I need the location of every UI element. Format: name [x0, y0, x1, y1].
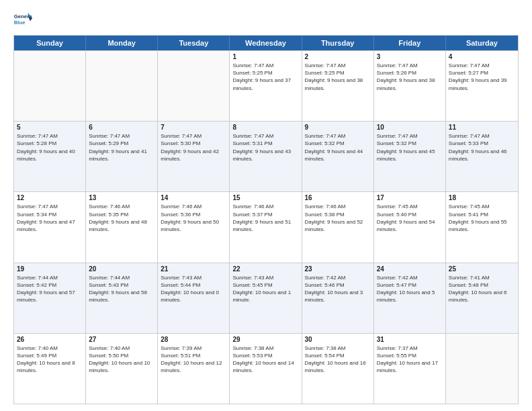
calendar-cell [14, 51, 86, 121]
day-number: 4 [449, 53, 515, 60]
day-number: 2 [305, 53, 371, 60]
cell-info: Sunrise: 7:47 AM Sunset: 5:27 PM Dayligh… [449, 62, 515, 92]
calendar-cell: 10Sunrise: 7:47 AM Sunset: 5:32 PM Dayli… [374, 122, 446, 191]
cell-info: Sunrise: 7:47 AM Sunset: 5:26 PM Dayligh… [377, 62, 443, 92]
calendar-cell: 30Sunrise: 7:38 AM Sunset: 5:54 PM Dayli… [302, 334, 374, 404]
calendar-cell [86, 51, 158, 121]
day-number: 28 [161, 336, 226, 343]
cell-info: Sunrise: 7:41 AM Sunset: 5:48 PM Dayligh… [449, 274, 515, 304]
day-number: 29 [232, 336, 298, 343]
cell-info: Sunrise: 7:42 AM Sunset: 5:46 PM Dayligh… [305, 274, 371, 304]
calendar-week: 1Sunrise: 7:47 AM Sunset: 5:25 PM Daylig… [14, 50, 518, 121]
day-number: 10 [377, 124, 443, 131]
calendar-cell: 11Sunrise: 7:47 AM Sunset: 5:33 PM Dayli… [446, 122, 518, 191]
calendar-cell: 26Sunrise: 7:40 AM Sunset: 5:49 PM Dayli… [14, 334, 86, 404]
day-number: 13 [89, 194, 154, 201]
calendar-week: 26Sunrise: 7:40 AM Sunset: 5:49 PM Dayli… [14, 333, 518, 404]
cell-info: Sunrise: 7:45 AM Sunset: 5:41 PM Dayligh… [449, 203, 515, 233]
day-number: 16 [305, 194, 371, 201]
day-number: 24 [377, 265, 443, 273]
calendar-header-cell: Wednesday [230, 36, 302, 50]
day-number: 21 [161, 265, 226, 273]
calendar-cell: 4Sunrise: 7:47 AM Sunset: 5:27 PM Daylig… [446, 51, 518, 121]
day-number: 31 [377, 336, 443, 343]
calendar-cell: 17Sunrise: 7:45 AM Sunset: 5:40 PM Dayli… [374, 192, 446, 262]
calendar-cell: 25Sunrise: 7:41 AM Sunset: 5:48 PM Dayli… [446, 263, 518, 333]
calendar-cell: 13Sunrise: 7:46 AM Sunset: 5:35 PM Dayli… [86, 192, 158, 262]
cell-info: Sunrise: 7:46 AM Sunset: 5:36 PM Dayligh… [161, 203, 226, 233]
cell-info: Sunrise: 7:37 AM Sunset: 5:55 PM Dayligh… [377, 345, 443, 375]
day-number: 9 [305, 124, 371, 131]
day-number: 18 [449, 194, 515, 201]
calendar-cell: 7Sunrise: 7:47 AM Sunset: 5:30 PM Daylig… [158, 122, 230, 191]
cell-info: Sunrise: 7:47 AM Sunset: 5:31 PM Dayligh… [232, 132, 298, 163]
cell-info: Sunrise: 7:46 AM Sunset: 5:35 PM Dayligh… [89, 203, 154, 233]
cell-info: Sunrise: 7:38 AM Sunset: 5:53 PM Dayligh… [232, 345, 298, 375]
cell-info: Sunrise: 7:44 AM Sunset: 5:43 PM Dayligh… [89, 274, 154, 304]
calendar-cell: 18Sunrise: 7:45 AM Sunset: 5:41 PM Dayli… [446, 192, 518, 262]
calendar-week: 5Sunrise: 7:47 AM Sunset: 5:28 PM Daylig… [14, 121, 518, 191]
day-number: 19 [17, 265, 83, 273]
cell-info: Sunrise: 7:47 AM Sunset: 5:25 PM Dayligh… [305, 62, 371, 92]
day-number: 15 [232, 194, 298, 201]
calendar-header-cell: Friday [374, 36, 446, 50]
calendar-cell: 6Sunrise: 7:47 AM Sunset: 5:29 PM Daylig… [86, 122, 158, 191]
cell-info: Sunrise: 7:47 AM Sunset: 5:32 PM Dayligh… [377, 132, 443, 163]
cell-info: Sunrise: 7:47 AM Sunset: 5:29 PM Dayligh… [89, 132, 154, 163]
cell-info: Sunrise: 7:44 AM Sunset: 5:42 PM Dayligh… [17, 274, 83, 304]
calendar-cell: 29Sunrise: 7:38 AM Sunset: 5:53 PM Dayli… [230, 334, 302, 404]
cell-info: Sunrise: 7:43 AM Sunset: 5:45 PM Dayligh… [232, 274, 298, 304]
cell-info: Sunrise: 7:42 AM Sunset: 5:47 PM Dayligh… [377, 274, 443, 304]
calendar-cell: 12Sunrise: 7:47 AM Sunset: 5:34 PM Dayli… [14, 192, 86, 262]
calendar-cell [158, 51, 230, 121]
calendar-cell: 2Sunrise: 7:47 AM Sunset: 5:25 PM Daylig… [302, 51, 374, 121]
day-number: 7 [161, 124, 226, 131]
calendar-cell: 14Sunrise: 7:46 AM Sunset: 5:36 PM Dayli… [158, 192, 230, 262]
logo: General Blue [13, 11, 35, 30]
calendar-cell: 23Sunrise: 7:42 AM Sunset: 5:46 PM Dayli… [302, 263, 374, 333]
calendar-body: 1Sunrise: 7:47 AM Sunset: 5:25 PM Daylig… [14, 50, 518, 404]
day-number: 23 [305, 265, 371, 273]
svg-text:Blue: Blue [14, 19, 26, 26]
calendar-cell: 28Sunrise: 7:39 AM Sunset: 5:51 PM Dayli… [158, 334, 230, 404]
calendar-cell: 16Sunrise: 7:46 AM Sunset: 5:38 PM Dayli… [302, 192, 374, 262]
calendar-header-cell: Thursday [302, 36, 374, 50]
calendar-week: 12Sunrise: 7:47 AM Sunset: 5:34 PM Dayli… [14, 191, 518, 262]
cell-info: Sunrise: 7:47 AM Sunset: 5:33 PM Dayligh… [449, 132, 515, 163]
calendar-cell: 5Sunrise: 7:47 AM Sunset: 5:28 PM Daylig… [14, 122, 86, 191]
day-number: 27 [89, 336, 154, 343]
calendar-header-cell: Tuesday [158, 36, 230, 50]
calendar-header-cell: Monday [86, 36, 158, 50]
day-number: 1 [232, 53, 298, 60]
calendar-cell: 31Sunrise: 7:37 AM Sunset: 5:55 PM Dayli… [374, 334, 446, 404]
day-number: 30 [305, 336, 371, 343]
calendar-cell: 1Sunrise: 7:47 AM Sunset: 5:25 PM Daylig… [230, 51, 302, 121]
cell-info: Sunrise: 7:40 AM Sunset: 5:50 PM Dayligh… [89, 345, 154, 375]
cell-info: Sunrise: 7:47 AM Sunset: 5:30 PM Dayligh… [161, 132, 226, 163]
cell-info: Sunrise: 7:38 AM Sunset: 5:54 PM Dayligh… [305, 345, 371, 375]
cell-info: Sunrise: 7:45 AM Sunset: 5:40 PM Dayligh… [377, 203, 443, 233]
day-number: 11 [449, 124, 515, 131]
calendar-cell: 15Sunrise: 7:46 AM Sunset: 5:37 PM Dayli… [230, 192, 302, 262]
calendar-cell: 21Sunrise: 7:43 AM Sunset: 5:44 PM Dayli… [158, 263, 230, 333]
calendar-cell: 9Sunrise: 7:47 AM Sunset: 5:32 PM Daylig… [302, 122, 374, 191]
cell-info: Sunrise: 7:47 AM Sunset: 5:34 PM Dayligh… [17, 203, 83, 233]
calendar-header-cell: Sunday [14, 36, 86, 50]
day-number: 25 [449, 265, 515, 273]
day-number: 22 [232, 265, 298, 273]
cell-info: Sunrise: 7:46 AM Sunset: 5:38 PM Dayligh… [305, 203, 371, 233]
day-number: 8 [232, 124, 298, 131]
calendar-cell: 19Sunrise: 7:44 AM Sunset: 5:42 PM Dayli… [14, 263, 86, 333]
calendar-cell [446, 334, 518, 404]
calendar-cell: 22Sunrise: 7:43 AM Sunset: 5:45 PM Dayli… [230, 263, 302, 333]
cell-info: Sunrise: 7:47 AM Sunset: 5:32 PM Dayligh… [305, 132, 371, 163]
day-number: 17 [377, 194, 443, 201]
cell-info: Sunrise: 7:46 AM Sunset: 5:37 PM Dayligh… [232, 203, 298, 233]
calendar-header: SundayMondayTuesdayWednesdayThursdayFrid… [14, 36, 518, 50]
cell-info: Sunrise: 7:40 AM Sunset: 5:49 PM Dayligh… [17, 345, 83, 375]
cell-info: Sunrise: 7:47 AM Sunset: 5:25 PM Dayligh… [232, 62, 298, 92]
calendar-cell: 27Sunrise: 7:40 AM Sunset: 5:50 PM Dayli… [86, 334, 158, 404]
calendar-header-cell: Saturday [446, 36, 518, 50]
day-number: 20 [89, 265, 154, 273]
day-number: 14 [161, 194, 226, 201]
